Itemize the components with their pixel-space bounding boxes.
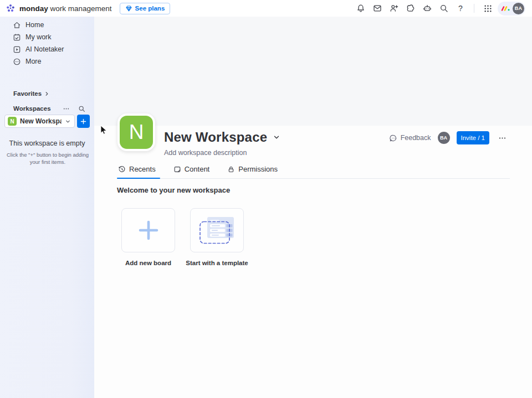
template-illustration [197,214,237,247]
help-button[interactable]: ? [454,2,467,15]
feedback-button[interactable]: Feedback [389,134,431,142]
empty-state-title: This workspace is empty [6,139,89,147]
plus-icon [80,118,87,125]
content-icon [173,166,181,173]
marketplace-button[interactable] [404,2,417,15]
member-avatar[interactable]: BA [438,132,450,144]
workspace-actions: Feedback BA Invite / 1 [389,131,509,144]
apps-grid-button[interactable] [481,2,494,15]
more-icon [13,58,21,66]
sidebar-item-label: My work [25,33,52,41]
inbox-icon [373,4,382,13]
workspaces-search-button[interactable] [76,104,86,113]
empty-state-subtitle: Click the "+" button to begin adding you… [6,151,90,166]
add-board-card-wrap: Add new board [121,208,175,266]
history-icon [118,166,126,173]
workspaces-options-button[interactable] [61,104,71,113]
ai-notetaker-icon [13,45,21,54]
workspace-selector-row: N New Workspa... [4,115,90,128]
workspace-menu-button[interactable] [496,132,509,144]
sidebar-item-home[interactable]: Home [0,19,94,31]
sidebar-nav: Home My work [0,19,94,68]
workspace-avatar[interactable]: N [117,113,155,151]
workspace-tabs: Recents Content Permissi [117,165,510,179]
brand-name: monday [19,4,48,13]
workspace-main: N New Workspace Add workspace descriptio… [94,17,532,398]
invite-button[interactable]: Invite / 1 [457,131,489,144]
home-icon [13,21,21,29]
puzzle-icon [406,4,415,13]
see-plans-label: See plans [135,5,165,12]
monday-mark-icon [501,5,510,12]
add-new-board-card[interactable] [121,208,175,252]
starter-cards: Add new board [121,208,244,266]
sidebar-item-label: More [25,58,41,65]
workspace-selector-name: New Workspa... [20,117,62,125]
my-work-icon [13,33,21,42]
notifications-button[interactable] [354,2,367,15]
apps-grid-icon [484,4,492,13]
workspace-description-placeholder[interactable]: Add workspace description [164,149,280,157]
person-plus-icon [390,4,398,13]
workspace-hero-band [94,17,532,126]
feedback-icon [389,134,397,142]
favorites-label: Favorites [13,90,42,97]
invite-members-button[interactable] [387,2,401,15]
favorites-section[interactable]: Favorites [0,89,94,98]
gem-icon [125,5,132,12]
brand-text: monday work management [19,4,112,13]
add-item-button[interactable] [77,115,90,128]
monday-app: monday work management See plans [0,0,532,398]
chevron-down-icon [273,133,280,141]
search-icon [78,105,85,112]
search-icon [439,4,448,13]
chevron-right-icon [44,91,50,97]
brand[interactable]: monday work management [6,3,112,13]
sidebar-item-more[interactable]: More [0,55,94,68]
tab-label: Content [185,165,210,173]
workspaces-label: Workspaces [13,105,51,112]
see-plans-button[interactable]: See plans [120,3,171,14]
monday-logo-icon [6,3,16,13]
bell-icon [356,4,365,13]
tab-recents[interactable]: Recents [117,165,160,178]
sidebar-item-ai-notetaker[interactable]: AI Notetaker [0,43,94,55]
workspace-badge: N [8,117,17,126]
assistant-button[interactable] [421,2,434,15]
workspaces-section-header: Workspaces [0,104,94,113]
sidebar-empty-state: This workspace is empty Click the "+" bu… [6,139,89,166]
robot-icon [423,4,432,13]
workspace-title-block: New Workspace Add workspace description [164,130,280,157]
sidebar-item-label: Home [25,21,44,29]
workspace-title: New Workspace [164,130,267,145]
plus-icon [136,218,161,243]
user-avatar[interactable]: BA [513,3,524,14]
lock-icon [227,166,235,173]
workspace-title-row[interactable]: New Workspace [164,130,280,145]
sidebar: Home My work [0,17,94,398]
top-bar-divider [474,4,474,13]
top-bar: monday work management See plans [0,0,532,17]
welcome-heading: Welcome to your new workspace [117,186,230,194]
tab-permissions[interactable]: Permissions [226,165,282,178]
tab-label: Recents [129,165,156,173]
workspace-avatar-initial: N [120,116,153,149]
sidebar-item-my-work[interactable]: My work [0,31,94,43]
start-with-template-label: Start with a template [186,260,248,266]
workspace-selector[interactable]: N New Workspa... [4,115,75,128]
add-new-board-label: Add new board [125,260,171,266]
brand-product: work management [48,4,112,13]
ellipsis-icon [498,134,507,142]
inbox-button[interactable] [371,2,384,15]
top-bar-actions: ? [354,2,525,15]
chevron-down-icon [65,118,71,125]
feedback-label: Feedback [401,134,431,142]
start-with-template-card[interactable] [190,208,244,252]
template-card-wrap: Start with a template [190,208,244,266]
tab-content[interactable]: Content [172,165,214,178]
ellipsis-icon [63,105,70,112]
search-button[interactable] [437,2,451,15]
sidebar-item-label: AI Notetaker [25,45,64,53]
account-switcher[interactable]: BA [498,2,525,15]
tab-label: Permissions [238,165,278,173]
